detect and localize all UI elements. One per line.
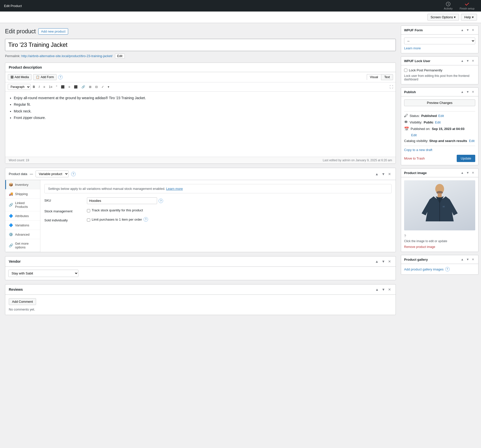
product-data-down-button[interactable]: ▼ [381, 172, 386, 177]
table-button[interactable]: ⊞ [87, 84, 93, 90]
screen-options-button[interactable]: Screen Options [427, 14, 459, 21]
image-help-icon[interactable]: ? [404, 234, 406, 238]
visual-text-tabs: Visual Text [367, 74, 393, 80]
publish-close-button[interactable]: ✕ [471, 90, 475, 94]
product-data-close-button[interactable]: ✕ [387, 172, 392, 177]
italic-button[interactable]: I [37, 84, 41, 90]
post-title-input[interactable] [5, 39, 396, 51]
permalink-url[interactable]: http://airbnb-alternative-site.local/pro… [21, 54, 112, 58]
align-left-button[interactable]: ⬛ [59, 84, 66, 90]
wpuf-form-header: WPUF Form ▲ ▼ ✕ [401, 26, 478, 35]
product-image-close-button[interactable]: ✕ [471, 171, 475, 175]
sku-input[interactable] [87, 197, 157, 204]
add-media-button[interactable]: 🖼 Add Media [8, 74, 32, 80]
learn-more-link[interactable]: Learn more [166, 187, 183, 191]
sold-individually-help-icon[interactable]: ? [144, 217, 148, 222]
product-image-down-button[interactable]: ▼ [465, 171, 470, 175]
add-comment-button[interactable]: Add Comment [9, 298, 36, 305]
sku-field-group: ? [87, 197, 163, 204]
sku-help-icon[interactable]: ? [159, 199, 163, 203]
text-tab[interactable]: Text [381, 74, 393, 80]
product-gallery-up-button[interactable]: ▲ [460, 257, 465, 262]
wpuf-learn-more-link[interactable]: Learn more [404, 46, 421, 50]
product-image-wrap[interactable]: M [404, 180, 475, 230]
calendar-icon: 📅 [404, 126, 409, 131]
publish-up-button[interactable]: ▲ [460, 90, 465, 94]
product-gallery-down-button[interactable]: ▼ [465, 257, 470, 262]
tab-attributes[interactable]: 🔷 Attributes [5, 211, 40, 221]
preview-changes-button[interactable]: Preview Changes [404, 99, 475, 106]
wpuf-form-up-button[interactable]: ▲ [460, 28, 465, 32]
product-gallery-close-button[interactable]: ✕ [471, 257, 475, 262]
link-button[interactable]: 🔗 [80, 84, 87, 90]
content-bullet-1: Enjoy all-round movement at the ground b… [14, 95, 392, 101]
wpuf-form-select[interactable]: -- [404, 38, 475, 44]
remove-product-image-link[interactable]: Remove product image [404, 245, 435, 249]
tab-shipping-label: Shipping [15, 192, 28, 196]
status-value: Published [421, 114, 437, 118]
add-gallery-images-link[interactable]: Add product gallery images [404, 267, 444, 271]
vendor-up-button[interactable]: ▲ [374, 259, 380, 264]
fullscreen-button[interactable]: ⛶ [390, 85, 393, 89]
help-button[interactable]: Help [461, 14, 477, 21]
kitchensink-button[interactable]: ▾ [106, 84, 111, 90]
finish-setup-button[interactable]: Finish setup [457, 1, 477, 11]
visibility-edit-link[interactable]: Edit [435, 120, 440, 124]
unordered-list-button[interactable]: ≡ [42, 84, 47, 90]
editor-help-icon[interactable]: ? [58, 75, 63, 79]
vendor-down-button[interactable]: ▼ [381, 259, 386, 264]
wpuf-lock-header: WPUF Lock User ▲ ▼ ✕ [401, 57, 478, 65]
wpuf-lock-down-button[interactable]: ▼ [465, 59, 470, 63]
spellcheck-button[interactable]: ✓ [100, 84, 105, 90]
blockquote-button[interactable]: " [55, 84, 59, 90]
vendor-close-button[interactable]: ✕ [387, 259, 392, 264]
admin-bar: Edit Product Activity Finish setup [0, 0, 481, 12]
reviews-down-button[interactable]: ▼ [381, 287, 386, 292]
product-data-header: Product data — Variable product ? ▲ ▼ ✕ [5, 168, 396, 180]
track-stock-checkbox[interactable] [87, 209, 90, 212]
wp-more-button[interactable]: ⊟ [94, 84, 99, 90]
add-new-button[interactable]: Add new product [38, 28, 68, 35]
tab-shipping[interactable]: 🚚 Shipping [5, 189, 40, 199]
lock-post-checkbox[interactable] [404, 69, 407, 72]
tab-variations[interactable]: 🔷 Variations [5, 221, 40, 230]
copy-draft-link[interactable]: Copy to a new draft [404, 148, 475, 152]
status-edit-link[interactable]: Edit [438, 114, 444, 118]
wpuf-lock-up-button[interactable]: ▲ [460, 59, 465, 63]
published-edit-link[interactable]: Edit [411, 133, 417, 137]
editor-content[interactable]: Enjoy all-round movement at the ground b… [5, 92, 396, 157]
ordered-list-button[interactable]: 1≡ [47, 84, 54, 90]
reviews-close-button[interactable]: ✕ [387, 287, 392, 292]
tab-linked-products[interactable]: 🔗 Linked Products [5, 199, 40, 211]
visual-tab[interactable]: Visual [367, 74, 381, 80]
catalog-edit-link[interactable]: Edit [469, 139, 474, 143]
align-center-button[interactable]: ≡ [67, 84, 72, 90]
edit-permalink-button[interactable]: Edit [115, 54, 125, 59]
product-data-help-icon[interactable]: ? [71, 172, 76, 176]
product-data-up-button[interactable]: ▲ [374, 172, 380, 177]
publish-header: Publish ▲ ▼ ✕ [401, 88, 478, 96]
align-right-button[interactable]: ⬛ [72, 84, 79, 90]
limit-purchases-checkbox[interactable] [87, 218, 90, 222]
get-more-icon: 🔗 [9, 243, 13, 247]
tab-inventory[interactable]: 📦 Inventory [5, 180, 40, 189]
tab-advanced[interactable]: ⚙️ Advanced [5, 230, 40, 239]
vendor-select[interactable]: Stay with Sabit [8, 270, 78, 277]
bold-button[interactable]: B [31, 84, 37, 90]
publish-down-button[interactable]: ▼ [465, 90, 470, 94]
add-form-button[interactable]: 📋 Add Form [33, 74, 57, 80]
wpuf-lock-close-button[interactable]: ✕ [471, 59, 475, 63]
gallery-help-icon[interactable]: ? [445, 267, 450, 271]
tab-get-more-options[interactable]: 🔗 Get more options [5, 239, 40, 252]
product-image-display[interactable]: M [404, 180, 475, 230]
reviews-up-button[interactable]: ▲ [374, 287, 380, 292]
format-select[interactable]: Paragraph [8, 84, 31, 90]
product-image-up-button[interactable]: ▲ [460, 171, 465, 175]
wpuf-form-down-button[interactable]: ▼ [465, 28, 470, 32]
product-type-select[interactable]: Variable product [36, 171, 69, 177]
update-button[interactable]: Update [457, 155, 475, 162]
activity-button[interactable]: Activity [441, 1, 455, 11]
wpuf-form-close-button[interactable]: ✕ [471, 28, 475, 32]
move-to-trash-link[interactable]: Move to Trash [404, 157, 425, 160]
vendor-title: Vendor [9, 259, 21, 263]
